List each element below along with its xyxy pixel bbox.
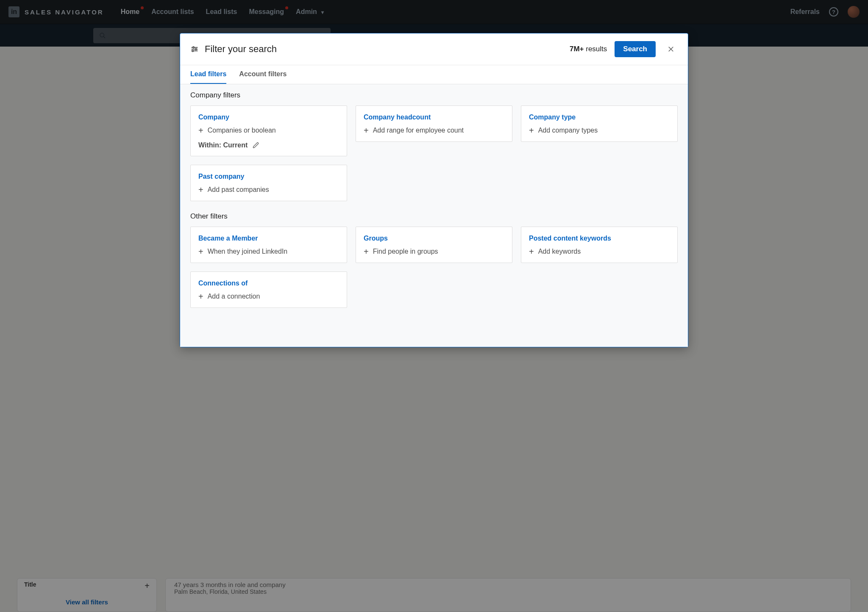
- filter-card-action[interactable]: + Add a connection: [198, 292, 339, 301]
- filter-card-title: Past company: [198, 173, 339, 180]
- filter-card-action-label: Add company types: [538, 127, 598, 134]
- filter-card-title: Company headcount: [364, 114, 504, 121]
- filter-card-title: Company: [198, 114, 339, 121]
- plus-icon: +: [198, 186, 203, 194]
- pencil-icon: [253, 142, 259, 149]
- results-count: 7M+ results: [570, 45, 607, 53]
- filter-card-action-label: Find people in groups: [373, 248, 438, 255]
- filter-card-action[interactable]: + Add company types: [529, 126, 670, 135]
- modal-header: Filter your search 7M+ results Search: [180, 33, 688, 65]
- filter-modal: Filter your search 7M+ results Search Le…: [180, 33, 688, 347]
- filter-card-posted-content-keywords[interactable]: Posted content keywords + Add keywords: [521, 227, 678, 263]
- plus-icon: +: [364, 126, 369, 135]
- filter-card-company[interactable]: Company + Companies or boolean Within: C…: [190, 105, 347, 156]
- filter-card-action[interactable]: + Add keywords: [529, 247, 670, 256]
- plus-icon: +: [529, 247, 534, 256]
- tab-lead-filters[interactable]: Lead filters: [190, 65, 226, 84]
- modal-title: Filter your search: [205, 44, 570, 55]
- filter-card-groups[interactable]: Groups + Find people in groups: [356, 227, 512, 263]
- filter-card-title: Groups: [364, 235, 504, 242]
- results-count-word: results: [586, 45, 607, 53]
- filter-card-past-company[interactable]: Past company + Add past companies: [190, 165, 347, 201]
- svg-point-3: [193, 47, 194, 48]
- modal-overlay: Filter your search 7M+ results Search Le…: [0, 0, 868, 612]
- filter-card-action-label: Companies or boolean: [208, 127, 276, 134]
- filter-card-company-type[interactable]: Company type + Add company types: [521, 105, 678, 142]
- filter-card-within-label: Within: Current: [198, 141, 248, 149]
- plus-icon: +: [198, 292, 203, 301]
- filter-card-action[interactable]: + Find people in groups: [364, 247, 504, 256]
- close-icon: [667, 45, 675, 53]
- filter-card-within-row[interactable]: Within: Current: [198, 141, 339, 149]
- sliders-icon: [190, 45, 199, 53]
- results-count-number: 7M+: [570, 45, 584, 53]
- search-button[interactable]: Search: [615, 41, 656, 57]
- filter-card-action-label: Add range for employee count: [373, 127, 464, 134]
- filter-card-action[interactable]: + Companies or boolean: [198, 126, 339, 135]
- filter-card-action-label: When they joined LinkedIn: [208, 248, 288, 255]
- svg-point-7: [192, 50, 193, 52]
- plus-icon: +: [364, 247, 369, 256]
- plus-icon: +: [529, 126, 534, 135]
- filter-card-title: Became a Member: [198, 235, 339, 242]
- close-button[interactable]: [664, 42, 678, 56]
- filter-card-action[interactable]: + When they joined LinkedIn: [198, 247, 339, 256]
- filter-card-action-label: Add a connection: [208, 293, 260, 300]
- modal-body: Company filters Company + Companies or b…: [180, 84, 688, 347]
- filter-card-action[interactable]: + Add past companies: [198, 186, 339, 194]
- svg-point-5: [195, 48, 197, 50]
- filter-card-title: Connections of: [198, 280, 339, 287]
- section-company-filters: Company filters: [190, 91, 678, 100]
- filter-card-title: Company type: [529, 114, 670, 121]
- plus-icon: +: [198, 126, 203, 135]
- filter-card-company-headcount[interactable]: Company headcount + Add range for employ…: [356, 105, 512, 142]
- filter-card-title: Posted content keywords: [529, 235, 670, 242]
- filter-card-became-member[interactable]: Became a Member + When they joined Linke…: [190, 227, 347, 263]
- filter-card-action-label: Add past companies: [208, 186, 269, 194]
- plus-icon: +: [198, 247, 203, 256]
- tab-account-filters[interactable]: Account filters: [239, 65, 287, 84]
- filter-tabs: Lead filters Account filters: [180, 65, 688, 84]
- section-other-filters: Other filters: [190, 212, 678, 221]
- filter-card-action-label: Add keywords: [538, 248, 581, 255]
- filter-card-action[interactable]: + Add range for employee count: [364, 126, 504, 135]
- filter-card-connections-of[interactable]: Connections of + Add a connection: [190, 271, 347, 308]
